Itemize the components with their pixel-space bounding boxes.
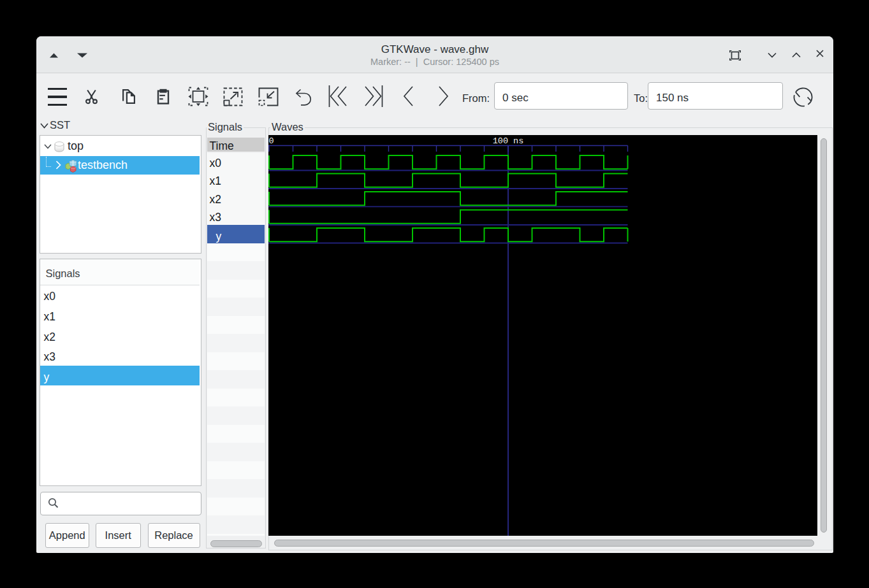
svg-text:100 ns: 100 ns xyxy=(493,136,524,146)
svg-text:0: 0 xyxy=(269,136,274,146)
